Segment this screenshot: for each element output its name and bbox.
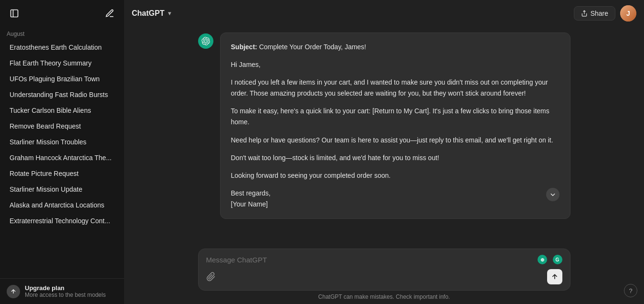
message-signature: [Your Name] (231, 199, 271, 210)
upgrade-plan-button[interactable]: Upgrade plan More access to the best mod… (0, 278, 124, 304)
upgrade-subtitle: More access to the best models (25, 292, 106, 298)
subject-text: Complete Your Order Today, James! (259, 43, 366, 51)
message-p1: I noticed you left a few items in your c… (231, 77, 560, 99)
main-content: ChatGPT ▾ Share J (124, 0, 644, 304)
message-closing-wrap: Best regards, [Your Name] (231, 188, 271, 210)
disclaimer-text: ChatGPT can make mistakes. Check importa… (318, 293, 450, 300)
sidebar-item-ufos[interactable]: UFOs Plaguing Brazilian Town (3, 71, 121, 87)
attach-file-button[interactable] (206, 272, 216, 282)
new-chat-button[interactable] (102, 6, 117, 21)
assistant-message-content: Subject: Complete Your Order Today, Jame… (220, 33, 570, 219)
sidebar-item-alaska-antarctica[interactable]: Alaska and Antarctica Locations (3, 197, 121, 213)
help-icon: ? (629, 287, 632, 294)
header: ChatGPT ▾ Share J (124, 0, 644, 27)
header-actions: Share J (574, 5, 636, 22)
assistant-avatar (198, 33, 213, 49)
share-button[interactable]: Share (574, 6, 615, 21)
app-title: ChatGPT (132, 9, 164, 18)
sidebar-item-flat-earth[interactable]: Flat Earth Theory Summary (3, 55, 121, 71)
sidebar-section-august: August (0, 27, 124, 39)
input-area: ⊕ G ChatGPT can make mistakes. Check imp… (124, 249, 644, 304)
sidebar: August Eratosthenes Earth Calculation Fl… (0, 0, 124, 304)
assistant-message-row: Subject: Complete Your Order Today, Jame… (198, 33, 570, 219)
sidebar-item-graham-hancock[interactable]: Graham Hancock Antarctica The... (3, 150, 121, 165)
message-greeting: Hi James, (231, 59, 560, 70)
sidebar-item-rotate-picture[interactable]: Rotate Picture Request (3, 166, 121, 181)
scroll-down-button[interactable] (546, 188, 560, 201)
user-avatar[interactable]: J (620, 5, 636, 22)
input-row: ⊕ G (206, 255, 562, 264)
input-actions-row (206, 269, 562, 284)
sidebar-item-starliner-update[interactable]: Starliner Mission Update (3, 182, 121, 197)
upgrade-title: Upgrade plan (25, 284, 106, 292)
share-label: Share (591, 10, 608, 17)
sidebar-item-fast-radio[interactable]: Understanding Fast Radio Bursts (3, 87, 121, 102)
sidebar-nav: August Eratosthenes Earth Calculation Fl… (0, 27, 124, 278)
send-message-button[interactable] (547, 269, 562, 284)
message-closing: Best regards, (231, 188, 271, 199)
message-input[interactable] (206, 256, 534, 264)
help-button[interactable]: ? (624, 284, 637, 297)
chat-area: Subject: Complete Your Order Today, Jame… (124, 27, 644, 249)
sidebar-item-remove-beard[interactable]: Remove Beard Request (3, 119, 121, 134)
message-p5: Looking forward to seeing your completed… (231, 170, 560, 181)
chevron-down-icon: ▾ (168, 10, 171, 17)
message-p4: Don't wait too long—stock is limited, an… (231, 152, 560, 163)
sidebar-item-tucker[interactable]: Tucker Carlson Bible Aliens (3, 103, 121, 118)
message-input-box: ⊕ G (198, 249, 570, 291)
sidebar-top (0, 0, 124, 27)
message-subject-line: Subject: Complete Your Order Today, Jame… (231, 42, 560, 53)
sidebar-item-starliner[interactable]: Starliner Mission Troubles (3, 134, 121, 150)
avatar-initials: J (620, 5, 636, 22)
upgrade-text: Upgrade plan More access to the best mod… (25, 284, 106, 298)
app-title-button[interactable]: ChatGPT ▾ (132, 9, 171, 18)
reasoning-icon[interactable]: G (553, 255, 562, 264)
upgrade-icon (7, 285, 20, 298)
subject-label: Subject: (231, 43, 257, 51)
message-p3: Need help or have questions? Our team is… (231, 135, 560, 146)
sidebar-item-eratosthenes[interactable]: Eratosthenes Earth Calculation (3, 40, 121, 55)
sidebar-item-extraterrestrial[interactable]: Extraterrestrial Technology Cont... (3, 213, 121, 228)
collapse-sidebar-button[interactable] (7, 6, 22, 21)
message-p2: To make it easy, here's a quick link to … (231, 106, 560, 128)
input-icon-group: ⊕ G (538, 255, 562, 264)
search-toggle-icon[interactable]: ⊕ (538, 255, 547, 264)
svg-rect-0 (11, 10, 18, 17)
